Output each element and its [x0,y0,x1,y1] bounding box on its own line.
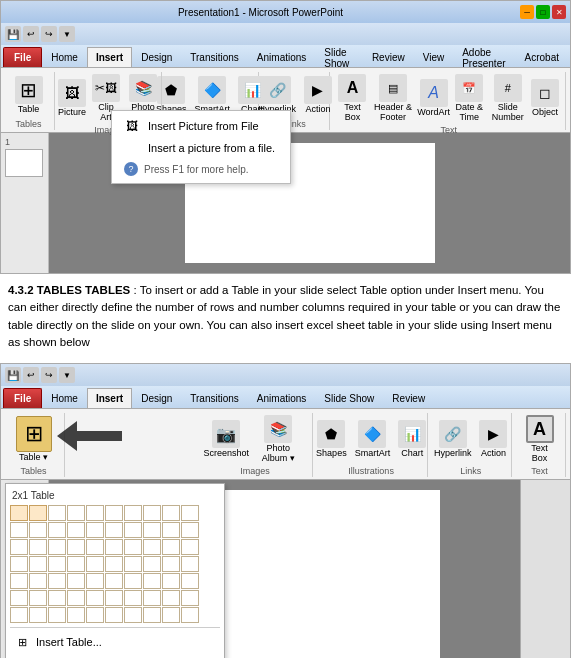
object-button[interactable]: ◻ Object [529,77,561,120]
close-button[interactable]: ✕ [552,5,566,19]
table-cell[interactable] [162,573,180,589]
slide-thumbnail-1[interactable] [5,149,43,177]
table-cell[interactable] [162,522,180,538]
tab-design[interactable]: Design [132,47,181,67]
table-cell[interactable] [86,522,104,538]
table-cell[interactable] [67,522,85,538]
table-cell[interactable] [162,607,180,623]
shapes-button-bottom[interactable]: ⬟ Shapes [313,418,350,461]
table-cell[interactable] [86,556,104,572]
save-icon[interactable]: 💾 [5,26,21,42]
tab-view[interactable]: View [414,47,454,67]
table-cell[interactable] [29,590,47,606]
table-cell[interactable] [67,590,85,606]
redo-icon-2[interactable]: ↪ [41,367,57,383]
table-cell[interactable] [105,556,123,572]
table-cell[interactable] [10,522,28,538]
table-cell[interactable] [162,505,180,521]
draw-table-action[interactable]: ✏ Draw Table [10,652,220,658]
table-button-bottom[interactable]: ⊞ Table ▾ [13,414,55,465]
table-cell[interactable] [162,590,180,606]
tab-review-bottom[interactable]: Review [383,388,434,408]
table-cell[interactable] [10,539,28,555]
tab-adobe[interactable]: Adobe Presenter [453,47,515,67]
action-button[interactable]: ▶ Action [301,74,335,117]
table-cell[interactable] [67,573,85,589]
table-cell[interactable] [86,573,104,589]
customize-icon-2[interactable]: ▼ [59,367,75,383]
table-cell[interactable] [181,505,199,521]
table-cell[interactable] [48,590,66,606]
table-cell[interactable] [48,505,66,521]
date-time-button[interactable]: 📅 Date & Time [452,72,487,125]
redo-icon[interactable]: ↪ [41,26,57,42]
tab-home[interactable]: Home [42,47,87,67]
table-cell[interactable] [181,573,199,589]
table-cell[interactable] [181,607,199,623]
table-cell[interactable] [29,556,47,572]
table-cell[interactable] [124,590,142,606]
table-button[interactable]: ⊞ Table [12,74,46,117]
table-cell[interactable] [86,539,104,555]
tab-review[interactable]: Review [363,47,414,67]
table-cell[interactable] [143,590,161,606]
table-cell[interactable] [143,539,161,555]
smartart-button-bottom[interactable]: 🔷 SmartArt [352,418,394,461]
tab-file-bottom[interactable]: File [3,388,42,408]
table-cell[interactable] [67,607,85,623]
minimize-button[interactable]: ─ [520,5,534,19]
table-cell[interactable] [124,522,142,538]
tab-animations[interactable]: Animations [248,47,315,67]
maximize-button[interactable]: □ [536,5,550,19]
table-cell[interactable] [143,607,161,623]
table-cell[interactable] [29,573,47,589]
table-cell[interactable] [86,607,104,623]
table-cell[interactable] [105,607,123,623]
table-cell[interactable] [105,505,123,521]
tab-slideshow-bottom[interactable]: Slide Show [315,388,383,408]
tab-insert[interactable]: Insert [87,47,132,67]
tab-transitions[interactable]: Transitions [181,47,248,67]
table-cell[interactable] [86,590,104,606]
table-cell[interactable] [10,590,28,606]
tab-home-bottom[interactable]: Home [42,388,87,408]
table-cell[interactable] [48,539,66,555]
action-button-bottom[interactable]: ▶ Action [476,418,510,461]
table-cell[interactable] [29,607,47,623]
tab-slideshow[interactable]: Slide Show [315,47,363,67]
customize-icon[interactable]: ▼ [59,26,75,42]
insert-table-action[interactable]: ⊞ Insert Table... [10,632,220,652]
save-icon-2[interactable]: 💾 [5,367,21,383]
table-cell[interactable] [48,522,66,538]
hyperlink-button-bottom[interactable]: 🔗 Hyperlink [431,418,475,461]
table-cell[interactable] [10,607,28,623]
table-cell[interactable] [181,522,199,538]
chart-button-bottom[interactable]: 📊 Chart [395,418,429,461]
table-cell[interactable] [162,556,180,572]
tab-design-bottom[interactable]: Design [132,388,181,408]
table-cell[interactable] [48,556,66,572]
tab-file[interactable]: File [3,47,42,67]
table-cell[interactable] [67,505,85,521]
table-cell[interactable] [181,556,199,572]
table-cell[interactable] [143,573,161,589]
undo-icon-2[interactable]: ↩ [23,367,39,383]
table-cell[interactable] [143,556,161,572]
tab-acrobat[interactable]: Acrobat [516,47,568,67]
textbox-button[interactable]: A Text Box [336,72,368,125]
table-cell[interactable] [105,590,123,606]
table-cell[interactable] [86,505,104,521]
tab-insert-bottom[interactable]: Insert [87,388,132,408]
insert-picture-file-item[interactable]: 🖼 Insert Picture from File [112,115,290,137]
table-cell[interactable] [105,573,123,589]
table-cell[interactable] [67,539,85,555]
header-footer-button[interactable]: ▤ Header & Footer [370,72,415,125]
textbox-button-bottom[interactable]: A Text Box [520,413,559,466]
photo-album-button-bottom[interactable]: 📚 Photo Album ▾ [250,413,306,466]
table-cell[interactable] [124,607,142,623]
table-cell[interactable] [181,539,199,555]
table-cell[interactable] [48,607,66,623]
screenshot-button[interactable]: 📷 Screenshot [204,418,249,461]
table-cell[interactable] [29,539,47,555]
table-cell[interactable] [105,522,123,538]
